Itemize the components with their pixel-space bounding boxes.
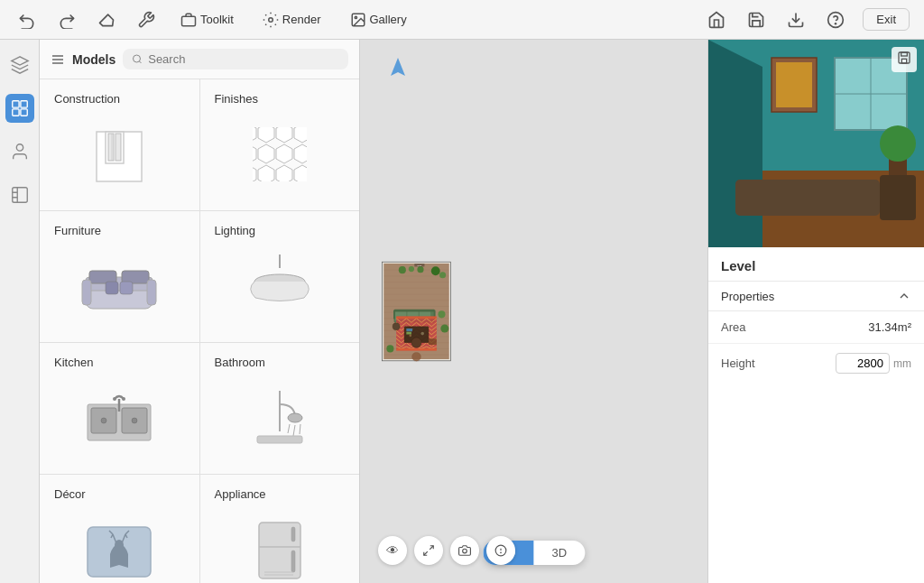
search-input[interactable]: [148, 52, 339, 66]
category-appliance[interactable]: Appliance: [200, 475, 360, 583]
canvas-area[interactable]: 5225 2D 3D 👁: [360, 40, 707, 583]
height-row: Height mm: [708, 344, 924, 383]
models-grid: Construction Finishes: [40, 79, 359, 583]
level-title: Level: [708, 247, 924, 282]
models-panel: Models Construction: [40, 40, 360, 583]
svg-rect-86: [406, 329, 412, 331]
help-button[interactable]: [823, 7, 848, 32]
height-label: Height: [721, 356, 755, 370]
redo-button[interactable]: [54, 7, 79, 32]
category-kitchen[interactable]: Kitchen: [40, 343, 199, 474]
toolkit-button[interactable]: Toolkit: [173, 8, 241, 32]
svg-point-89: [412, 352, 421, 361]
svg-rect-32: [120, 282, 133, 294]
category-furniture[interactable]: Furniture: [40, 211, 199, 342]
erase-button[interactable]: [94, 7, 119, 32]
svg-rect-10: [20, 109, 26, 116]
svg-point-96: [438, 310, 445, 318]
preview-save-button[interactable]: [892, 47, 917, 72]
svg-line-17: [140, 61, 142, 63]
properties-label: Properties: [721, 290, 774, 303]
info-button[interactable]: [486, 536, 515, 565]
properties-header[interactable]: Properties: [708, 282, 924, 311]
svg-rect-87: [406, 332, 411, 335]
preview-box: [708, 40, 924, 247]
svg-rect-8: [20, 101, 26, 107]
svg-rect-31: [106, 282, 118, 294]
svg-point-50: [115, 540, 124, 551]
svg-point-92: [417, 266, 423, 273]
svg-marker-57: [391, 58, 405, 76]
svg-rect-54: [291, 551, 295, 572]
exit-button[interactable]: Exit: [863, 8, 910, 31]
svg-point-88: [411, 338, 421, 347]
sidebar-icon-3d[interactable]: [5, 51, 34, 79]
category-decor[interactable]: Décor: [40, 475, 199, 583]
svg-line-47: [300, 424, 300, 434]
height-input[interactable]: [836, 353, 890, 374]
svg-rect-53: [291, 527, 295, 541]
sidebar-icon-room[interactable]: [5, 180, 34, 209]
svg-line-104: [430, 546, 433, 550]
main-area: Models Construction: [0, 40, 924, 583]
render-button[interactable]: Render: [255, 8, 328, 32]
svg-text:5225: 5225: [417, 264, 422, 266]
category-construction[interactable]: Construction: [40, 79, 199, 210]
svg-point-95: [440, 325, 448, 333]
svg-rect-21: [116, 134, 121, 161]
category-finishes[interactable]: Finishes: [200, 79, 360, 210]
models-title: Models: [72, 52, 116, 67]
svg-point-16: [134, 55, 141, 62]
svg-rect-0: [182, 16, 196, 26]
search-icon: [132, 53, 143, 65]
category-lighting[interactable]: Lighting: [200, 211, 360, 342]
models-header: Models: [40, 40, 359, 79]
sidebar-icon-models[interactable]: [5, 94, 34, 123]
tools-button[interactable]: [134, 7, 159, 32]
kitchen-image: [54, 375, 185, 461]
save-button[interactable]: [744, 7, 769, 32]
models-menu-icon: [51, 52, 65, 67]
svg-rect-48: [257, 436, 302, 443]
lighting-label: Lighting: [215, 224, 256, 237]
bathroom-image: [215, 375, 346, 461]
floor-plan[interactable]: 5225: [378, 85, 455, 538]
svg-point-93: [431, 266, 440, 275]
svg-rect-24: [253, 127, 307, 181]
svg-point-97: [386, 345, 393, 352]
home-button[interactable]: [704, 7, 729, 32]
canvas-left-tools: 👁: [378, 536, 515, 565]
decor-label: Décor: [54, 487, 86, 501]
svg-rect-117: [776, 62, 812, 107]
svg-point-39: [113, 397, 116, 401]
area-row: Area 31.34m²: [708, 311, 924, 344]
height-input-group: mm: [836, 353, 911, 374]
search-bar[interactable]: [123, 49, 348, 69]
undo-button[interactable]: [14, 7, 40, 32]
gallery-button[interactable]: Gallery: [343, 8, 414, 32]
export-button[interactable]: [783, 7, 808, 32]
svg-point-42: [132, 418, 137, 423]
fullscreen-button[interactable]: [414, 536, 443, 565]
svg-rect-124: [901, 59, 906, 63]
svg-rect-103: [429, 338, 437, 345]
svg-point-41: [101, 418, 106, 423]
lighting-image: [215, 243, 346, 329]
sidebar-icon-user[interactable]: [5, 137, 34, 166]
svg-point-11: [16, 144, 23, 151]
visibility-toggle[interactable]: 👁: [378, 536, 407, 565]
svg-point-40: [122, 397, 125, 401]
svg-rect-9: [12, 109, 18, 116]
3d-view-button[interactable]: 3D: [534, 541, 586, 565]
svg-rect-79: [394, 310, 435, 312]
svg-rect-7: [12, 101, 18, 107]
svg-point-102: [393, 323, 400, 330]
category-bathroom[interactable]: Bathroom: [200, 343, 360, 474]
svg-line-46: [293, 425, 295, 436]
construction-label: Construction: [54, 92, 120, 106]
svg-line-45: [288, 424, 290, 433]
svg-rect-12: [12, 188, 27, 203]
camera-button[interactable]: [450, 536, 479, 565]
sidebar-icons: [0, 40, 40, 583]
svg-point-91: [409, 266, 414, 272]
